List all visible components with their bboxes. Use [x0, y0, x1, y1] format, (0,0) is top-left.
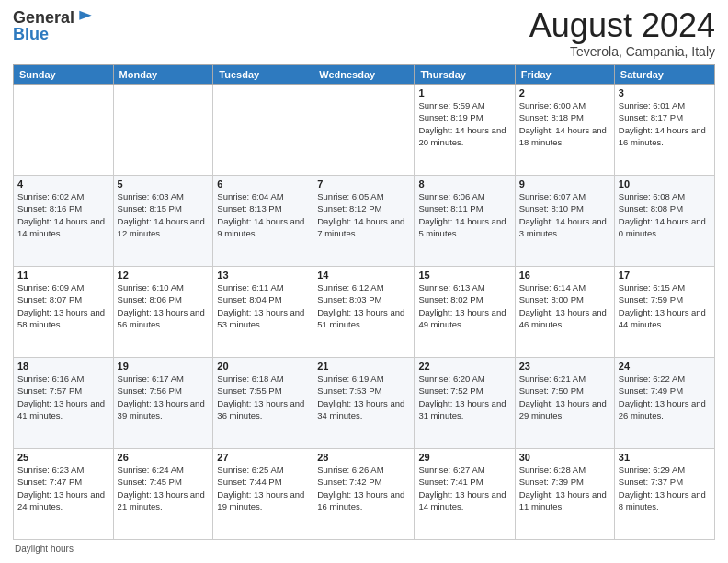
calendar-cell	[14, 85, 114, 176]
calendar-cell: 30Sunrise: 6:28 AMSunset: 7:39 PMDayligh…	[515, 449, 614, 540]
day-number: 30	[519, 452, 610, 463]
day-number: 7	[317, 178, 410, 190]
calendar-cell: 25Sunrise: 6:23 AMSunset: 7:47 PMDayligh…	[14, 449, 114, 540]
calendar-cell: 3Sunrise: 6:01 AMSunset: 8:17 PMDaylight…	[614, 85, 714, 176]
day-of-week-header: Tuesday	[213, 65, 313, 85]
calendar-cell: 14Sunrise: 6:12 AMSunset: 8:03 PMDayligh…	[313, 267, 415, 358]
calendar-cell: 11Sunrise: 6:09 AMSunset: 8:07 PMDayligh…	[14, 267, 114, 358]
calendar-cell: 6Sunrise: 6:04 AMSunset: 8:13 PMDaylight…	[213, 176, 313, 267]
day-info: Sunrise: 6:07 AMSunset: 8:10 PMDaylight:…	[519, 190, 610, 239]
day-info: Sunrise: 6:03 AMSunset: 8:15 PMDaylight:…	[118, 190, 210, 239]
day-number: 4	[17, 178, 109, 190]
day-info: Sunrise: 6:20 AMSunset: 7:52 PMDaylight:…	[418, 373, 510, 421]
day-info: Sunrise: 6:17 AMSunset: 7:56 PMDaylight:…	[118, 373, 210, 421]
day-number: 25	[17, 452, 109, 463]
day-info: Sunrise: 6:05 AMSunset: 8:12 PMDaylight:…	[317, 190, 410, 239]
day-info: Sunrise: 6:12 AMSunset: 8:03 PMDaylight:…	[317, 282, 410, 330]
day-number: 14	[317, 270, 410, 281]
calendar-cell: 8Sunrise: 6:06 AMSunset: 8:11 PMDaylight…	[415, 176, 515, 267]
calendar-cell: 29Sunrise: 6:27 AMSunset: 7:41 PMDayligh…	[415, 449, 515, 540]
day-of-week-header: Saturday	[614, 65, 714, 85]
svg-marker-0	[79, 11, 91, 20]
day-number: 21	[317, 361, 410, 372]
calendar-cell: 15Sunrise: 6:13 AMSunset: 8:02 PMDayligh…	[415, 267, 515, 358]
calendar-cell: 22Sunrise: 6:20 AMSunset: 7:52 PMDayligh…	[415, 358, 515, 449]
calendar-cell: 28Sunrise: 6:26 AMSunset: 7:42 PMDayligh…	[313, 449, 415, 540]
day-info: Sunrise: 6:00 AMSunset: 8:18 PMDaylight:…	[519, 99, 610, 148]
day-info: Sunrise: 6:19 AMSunset: 7:53 PMDaylight:…	[317, 373, 410, 421]
day-of-week-header: Monday	[113, 65, 213, 85]
day-info: Sunrise: 6:29 AMSunset: 7:37 PMDaylight:…	[619, 464, 711, 512]
header: General Blue August 2024 Teverola, Campa…	[13, 9, 715, 59]
calendar-cell: 21Sunrise: 6:19 AMSunset: 7:53 PMDayligh…	[313, 358, 415, 449]
day-of-week-header: Wednesday	[313, 65, 415, 85]
day-info: Sunrise: 6:14 AMSunset: 8:00 PMDaylight:…	[519, 282, 610, 330]
calendar-cell: 9Sunrise: 6:07 AMSunset: 8:10 PMDaylight…	[515, 176, 614, 267]
location-subtitle: Teverola, Campania, Italy	[529, 44, 715, 59]
calendar-week-row: 1Sunrise: 5:59 AMSunset: 8:19 PMDaylight…	[14, 85, 715, 176]
day-info: Sunrise: 6:11 AMSunset: 8:04 PMDaylight:…	[217, 282, 309, 330]
day-number: 18	[17, 361, 109, 372]
calendar-cell: 23Sunrise: 6:21 AMSunset: 7:50 PMDayligh…	[515, 358, 614, 449]
day-info: Sunrise: 5:59 AMSunset: 8:19 PMDaylight:…	[418, 99, 510, 148]
logo-flag-icon	[76, 9, 95, 28]
day-info: Sunrise: 6:09 AMSunset: 8:07 PMDaylight:…	[17, 282, 109, 330]
calendar-week-row: 11Sunrise: 6:09 AMSunset: 8:07 PMDayligh…	[14, 267, 715, 358]
day-number: 26	[118, 452, 210, 463]
day-info: Sunrise: 6:21 AMSunset: 7:50 PMDaylight:…	[519, 373, 610, 421]
day-number: 24	[619, 361, 711, 372]
calendar-cell: 16Sunrise: 6:14 AMSunset: 8:00 PMDayligh…	[515, 267, 614, 358]
day-number: 31	[619, 452, 711, 463]
calendar-cell: 1Sunrise: 5:59 AMSunset: 8:19 PMDaylight…	[415, 85, 515, 176]
day-info: Sunrise: 6:23 AMSunset: 7:47 PMDaylight:…	[17, 464, 109, 512]
day-number: 1	[418, 87, 510, 98]
day-info: Sunrise: 6:02 AMSunset: 8:16 PMDaylight:…	[17, 190, 109, 239]
day-info: Sunrise: 6:01 AMSunset: 8:17 PMDaylight:…	[619, 99, 711, 148]
day-number: 27	[217, 452, 309, 463]
day-info: Sunrise: 6:16 AMSunset: 7:57 PMDaylight:…	[17, 373, 109, 421]
day-number: 9	[519, 178, 610, 190]
calendar-cell: 2Sunrise: 6:00 AMSunset: 8:18 PMDaylight…	[515, 85, 614, 176]
logo-blue-text: Blue	[13, 26, 95, 44]
day-info: Sunrise: 6:25 AMSunset: 7:44 PMDaylight:…	[217, 464, 309, 512]
day-number: 20	[217, 361, 309, 372]
day-info: Sunrise: 6:08 AMSunset: 8:08 PMDaylight:…	[619, 190, 711, 239]
calendar-cell: 24Sunrise: 6:22 AMSunset: 7:49 PMDayligh…	[614, 358, 714, 449]
day-number: 29	[418, 452, 510, 463]
calendar-cell: 31Sunrise: 6:29 AMSunset: 7:37 PMDayligh…	[614, 449, 714, 540]
day-of-week-header: Sunday	[14, 65, 114, 85]
calendar-cell: 18Sunrise: 6:16 AMSunset: 7:57 PMDayligh…	[14, 358, 114, 449]
day-number: 15	[418, 270, 510, 281]
calendar-week-row: 25Sunrise: 6:23 AMSunset: 7:47 PMDayligh…	[14, 449, 715, 540]
calendar-cell: 19Sunrise: 6:17 AMSunset: 7:56 PMDayligh…	[113, 358, 213, 449]
day-info: Sunrise: 6:13 AMSunset: 8:02 PMDaylight:…	[418, 282, 510, 330]
calendar-cell: 5Sunrise: 6:03 AMSunset: 8:15 PMDaylight…	[113, 176, 213, 267]
calendar-header-row: SundayMondayTuesdayWednesdayThursdayFrid…	[14, 65, 715, 85]
calendar-cell	[213, 85, 313, 176]
day-info: Sunrise: 6:28 AMSunset: 7:39 PMDaylight:…	[519, 464, 610, 512]
day-number: 12	[118, 270, 210, 281]
footer: Daylight hours	[13, 544, 715, 554]
calendar-cell: 7Sunrise: 6:05 AMSunset: 8:12 PMDaylight…	[313, 176, 415, 267]
calendar-table: SundayMondayTuesdayWednesdayThursdayFrid…	[13, 64, 715, 540]
day-info: Sunrise: 6:04 AMSunset: 8:13 PMDaylight:…	[217, 190, 309, 239]
calendar-cell: 4Sunrise: 6:02 AMSunset: 8:16 PMDaylight…	[14, 176, 114, 267]
day-info: Sunrise: 6:22 AMSunset: 7:49 PMDaylight:…	[619, 373, 711, 421]
calendar-cell: 26Sunrise: 6:24 AMSunset: 7:45 PMDayligh…	[113, 449, 213, 540]
day-of-week-header: Friday	[515, 65, 614, 85]
day-number: 2	[519, 87, 610, 98]
day-number: 22	[418, 361, 510, 372]
day-number: 6	[217, 178, 309, 190]
calendar-cell: 10Sunrise: 6:08 AMSunset: 8:08 PMDayligh…	[614, 176, 714, 267]
day-info: Sunrise: 6:26 AMSunset: 7:42 PMDaylight:…	[317, 464, 410, 512]
day-info: Sunrise: 6:10 AMSunset: 8:06 PMDaylight:…	[118, 282, 210, 330]
calendar-cell: 27Sunrise: 6:25 AMSunset: 7:44 PMDayligh…	[213, 449, 313, 540]
calendar-cell: 17Sunrise: 6:15 AMSunset: 7:59 PMDayligh…	[614, 267, 714, 358]
day-of-week-header: Thursday	[415, 65, 515, 85]
month-year-title: August 2024	[529, 9, 715, 42]
daylight-hours-label: Daylight hours	[15, 544, 74, 554]
day-info: Sunrise: 6:06 AMSunset: 8:11 PMDaylight:…	[418, 190, 510, 239]
logo: General Blue	[13, 9, 95, 44]
calendar-cell: 13Sunrise: 6:11 AMSunset: 8:04 PMDayligh…	[213, 267, 313, 358]
day-number: 16	[519, 270, 610, 281]
